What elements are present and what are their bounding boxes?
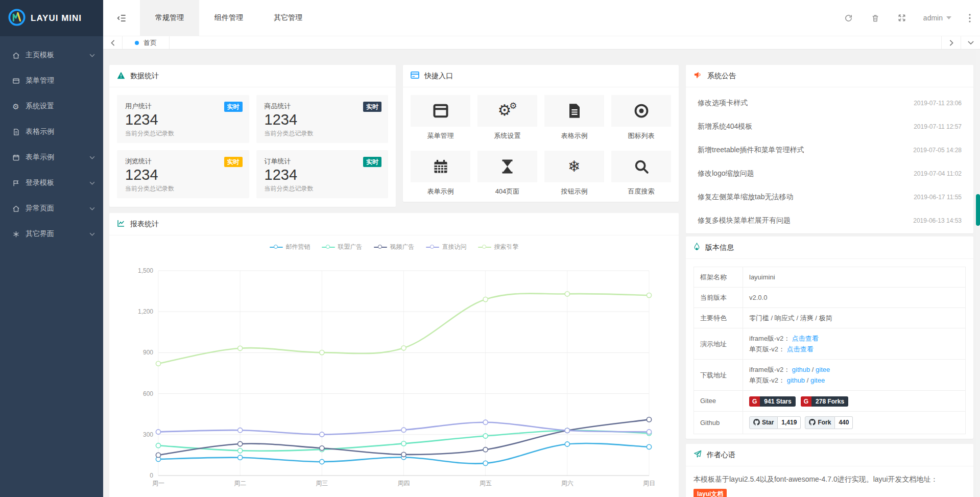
status-badge: 实时 bbox=[363, 102, 381, 112]
version-row-label: 下载地址 bbox=[694, 360, 743, 391]
announcement-item-1[interactable]: 新增系统404模板2019-07-11 12:57 bbox=[694, 115, 966, 138]
refresh-icon[interactable] bbox=[835, 14, 862, 22]
stat-value: 1234 bbox=[265, 111, 380, 128]
status-badge: 实时 bbox=[224, 157, 243, 167]
user-dropdown[interactable]: admin bbox=[915, 14, 960, 22]
header-nav-0[interactable]: 常规管理 bbox=[140, 0, 199, 36]
legend-item-0[interactable]: 邮件营销 bbox=[270, 242, 310, 252]
sidebar-item-3[interactable]: 表格示例 bbox=[0, 119, 103, 145]
announcement-text: 新增treetable插件和菜单管理样式 bbox=[698, 146, 804, 155]
stat-panel-0[interactable]: 用户统计1234当前分类总记录数实时 bbox=[117, 95, 249, 143]
layui-doc-badge[interactable]: layui文档 bbox=[694, 489, 727, 497]
version-row-2: 主要特色零门槛 / 响应式 / 清爽 / 极简 bbox=[694, 308, 966, 328]
sidebar-item-5[interactable]: 登录模板 bbox=[0, 170, 103, 196]
quick-entry-5[interactable]: 404页面 bbox=[477, 151, 537, 199]
announcement-item-0[interactable]: 修改选项卡样式2019-07-11 23:06 bbox=[694, 91, 966, 115]
tab-scroll-left-button[interactable] bbox=[103, 36, 123, 49]
link-点击查看[interactable]: 点击查看 bbox=[792, 335, 819, 342]
version-row-0: 框架名称layuimini bbox=[694, 267, 966, 288]
quick-entry-3[interactable]: 图标列表 bbox=[611, 95, 671, 144]
stats-card-title: 数据统计 bbox=[130, 72, 159, 81]
announcements-header: 系统公告 bbox=[686, 65, 973, 87]
announcement-item-2[interactable]: 新增treetable插件和菜单管理样式2019-07-05 14:28 bbox=[694, 138, 966, 162]
gitee-badge[interactable]: G278 Forks bbox=[801, 396, 848, 407]
link-gitee[interactable]: gitee bbox=[810, 376, 825, 384]
link-点击查看[interactable]: 点击查看 bbox=[787, 345, 814, 353]
sidebar-item-2[interactable]: ⚙系统设置 bbox=[0, 93, 103, 119]
svg-text:周二: 周二 bbox=[234, 480, 246, 487]
version-card: 版本信息 框架名称layuimini当前版本v2.0.0主要特色零门槛 / 响应… bbox=[686, 236, 973, 439]
quick-entry-2[interactable]: 表格示例 bbox=[544, 95, 604, 144]
sidebar-item-4[interactable]: 表单示例 bbox=[0, 145, 103, 170]
more-menu-icon[interactable] bbox=[960, 14, 980, 22]
tab-bar-spacer bbox=[170, 36, 941, 49]
announcement-text: 修改logo缩放问题 bbox=[698, 169, 754, 178]
stat-label: 浏览统计 bbox=[125, 157, 241, 166]
search-icon bbox=[611, 151, 671, 182]
page-scrollbar[interactable] bbox=[976, 50, 980, 497]
legend-marker-icon bbox=[478, 245, 491, 250]
quick-entry-6[interactable]: ❄按钮示例 bbox=[544, 151, 604, 199]
username: admin bbox=[923, 14, 943, 22]
tab-home[interactable]: 首页 bbox=[123, 36, 170, 49]
line-chart[interactable]: 03006009001,2001,500周一周二周三周四周五周六周日 bbox=[109, 252, 679, 492]
home-icon bbox=[11, 52, 20, 59]
header-right: admin bbox=[835, 0, 980, 36]
window-icon bbox=[11, 77, 20, 85]
legend-marker-icon bbox=[322, 245, 335, 250]
announcement-item-5[interactable]: 修复多模块菜单栏展开有问题2019-06-13 14:53 bbox=[694, 209, 966, 232]
scrollbar-thumb[interactable] bbox=[976, 194, 980, 226]
legend-item-3[interactable]: 直接访问 bbox=[426, 242, 467, 252]
chevron-down-icon bbox=[89, 54, 95, 57]
version-link-line: 单页版-v2： 点击查看 bbox=[749, 344, 959, 354]
quick-entry-label: 按钮示例 bbox=[544, 187, 604, 196]
tab-operations-button[interactable] bbox=[961, 36, 980, 49]
version-row-label: 演示地址 bbox=[694, 328, 743, 360]
legend-item-2[interactable]: 视频广告 bbox=[374, 242, 415, 252]
version-table: 框架名称layuimini当前版本v2.0.0主要特色零门槛 / 响应式 / 清… bbox=[694, 267, 966, 434]
link-github[interactable]: github bbox=[792, 366, 810, 373]
logo[interactable]: LAYUI MINI bbox=[0, 0, 103, 36]
sidebar-item-6[interactable]: 异常页面 bbox=[0, 196, 103, 221]
quick-entry-4[interactable]: 表单示例 bbox=[411, 151, 470, 199]
header-nav-2[interactable]: 其它管理 bbox=[258, 0, 318, 36]
stat-panel-2[interactable]: 浏览统计1234当前分类总记录数实时 bbox=[117, 150, 249, 198]
announcement-item-4[interactable]: 修复左侧菜单缩放tab无法移动2019-06-17 11:55 bbox=[694, 185, 966, 209]
version-row-label: Github bbox=[694, 411, 743, 434]
sidebar-item-1[interactable]: 菜单管理 bbox=[0, 68, 103, 93]
collapse-menu-icon[interactable] bbox=[103, 0, 140, 36]
gitee-badge[interactable]: G941 Stars bbox=[749, 396, 796, 407]
sidebar-item-7[interactable]: 其它界面 bbox=[0, 221, 103, 247]
link-gitee[interactable]: gitee bbox=[816, 366, 830, 373]
fullscreen-icon[interactable] bbox=[889, 14, 915, 22]
quick-entry-0[interactable]: 菜单管理 bbox=[411, 95, 470, 144]
quick-entry-1[interactable]: ⚙⚙系统设置 bbox=[477, 95, 537, 144]
legend-item-4[interactable]: 搜索引擎 bbox=[478, 242, 519, 252]
announcement-time: 2019-06-17 11:55 bbox=[914, 194, 962, 201]
stat-panel-1[interactable]: 商品统计1234当前分类总记录数实时 bbox=[256, 95, 389, 143]
sidebar-item-0[interactable]: 主页模板 bbox=[0, 42, 103, 68]
asterisk-icon bbox=[11, 230, 20, 238]
tab-scroll-right-button[interactable] bbox=[941, 36, 961, 49]
legend-item-1[interactable]: 联盟广告 bbox=[322, 242, 363, 252]
quick-entry-7[interactable]: 百度搜索 bbox=[611, 151, 671, 199]
link-github[interactable]: github bbox=[787, 376, 805, 384]
gitee-badge-text: 941 Stars bbox=[760, 396, 795, 407]
github-button-label: Star bbox=[762, 419, 774, 425]
stat-panel-3[interactable]: 订单统计1234当前分类总记录数实时 bbox=[256, 150, 389, 198]
svg-text:1,500: 1,500 bbox=[138, 267, 153, 274]
top-header: 常规管理组件管理其它管理 admin bbox=[103, 0, 980, 36]
header-nav-1[interactable]: 组件管理 bbox=[199, 0, 258, 36]
github-star-button[interactable]: Star1,419 bbox=[749, 416, 801, 429]
version-row-label: 当前版本 bbox=[694, 288, 743, 308]
clear-cache-icon[interactable] bbox=[862, 14, 889, 22]
announcement-item-3[interactable]: 修改logo缩放问题2019-07-04 11:02 bbox=[694, 162, 966, 185]
github-fork-button[interactable]: Fork440 bbox=[805, 416, 853, 429]
version-row-5: GiteeG941 StarsG278 Forks bbox=[694, 391, 966, 412]
version-row-4: 下载地址iframe版-v2： github / gitee单页版-v2： gi… bbox=[694, 360, 966, 391]
quick-entry-label: 表格示例 bbox=[544, 131, 604, 140]
sidebar-item-label: 登录模板 bbox=[26, 178, 54, 187]
announcement-text: 修改选项卡样式 bbox=[698, 99, 748, 108]
announcements-title: 系统公告 bbox=[707, 72, 736, 81]
stat-desc: 当前分类总记录数 bbox=[265, 129, 380, 138]
